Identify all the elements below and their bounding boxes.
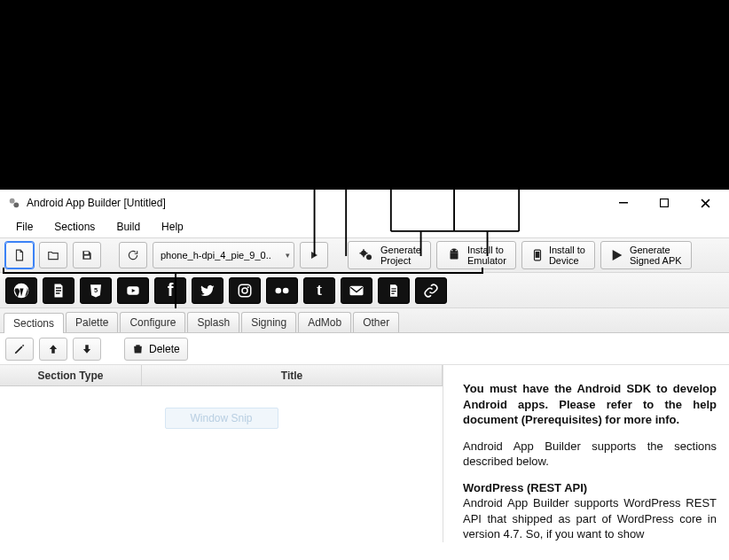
- svg-text:5: 5: [94, 286, 98, 294]
- section-actions: Delete: [0, 333, 729, 365]
- pencil-icon: [13, 343, 26, 355]
- run-button[interactable]: [300, 242, 328, 268]
- app-icon: [7, 196, 21, 210]
- svg-point-33: [276, 287, 282, 293]
- grid-body[interactable]: Window Snip: [0, 386, 443, 537]
- menu-help[interactable]: Help: [153, 219, 192, 235]
- facebook-icon: f: [168, 280, 174, 300]
- preview-p2: Android App Builder supports the section…: [463, 439, 717, 470]
- refresh-button[interactable]: [119, 242, 147, 268]
- svg-point-0: [10, 198, 15, 204]
- wordpress-icon: [12, 282, 30, 299]
- tumblr-icon: t: [317, 281, 322, 299]
- sections-grid: Section Type Title Window Snip: [0, 365, 443, 542]
- svg-rect-30: [239, 284, 251, 297]
- arrow-up-icon: [47, 343, 59, 355]
- new-file-icon: [13, 249, 26, 261]
- email-section-button[interactable]: [341, 277, 372, 304]
- tab-splash[interactable]: Splash: [187, 312, 239, 332]
- install-emulator-l2: Emulator: [467, 255, 506, 266]
- device-select-value: phone_h-dpi_4_pie_9_0..: [161, 250, 271, 261]
- svg-point-1: [13, 202, 19, 207]
- preview-p3: Android App Builder supports WordPress R…: [463, 495, 717, 542]
- generate-project-l2: Project: [380, 255, 421, 266]
- menu-file[interactable]: File: [7, 219, 42, 235]
- delete-label: Delete: [149, 343, 180, 355]
- twitter-icon: [199, 283, 216, 299]
- svg-rect-22: [536, 252, 540, 258]
- move-up-button[interactable]: [39, 338, 67, 361]
- svg-point-19: [451, 250, 453, 252]
- maximize-button[interactable]: [644, 190, 685, 216]
- main-toolbar: phone_h-dpi_4_pie_9_0.. Generate Project…: [0, 237, 729, 273]
- help-preview: You must have the Android SDK to develop…: [443, 365, 729, 542]
- grid-col-title[interactable]: Title: [142, 365, 443, 385]
- generate-project-button[interactable]: Generate Project: [348, 241, 431, 269]
- android-icon: [446, 247, 462, 263]
- svg-rect-27: [56, 292, 60, 294]
- edit-button[interactable]: [5, 338, 34, 361]
- move-down-button[interactable]: [73, 338, 101, 361]
- generate-apk-l1: Generate: [630, 245, 682, 255]
- instagram-icon: [237, 283, 253, 299]
- generate-apk-button[interactable]: Generate Signed APK: [600, 241, 692, 269]
- preview-h1: WordPress (REST API): [463, 481, 587, 494]
- html5-section-button[interactable]: 5: [80, 277, 112, 304]
- svg-rect-12: [84, 252, 89, 254]
- tab-palette[interactable]: Palette: [66, 312, 118, 332]
- document-section-button[interactable]: [378, 277, 410, 304]
- svg-rect-35: [350, 285, 364, 295]
- youtube-section-button[interactable]: [117, 277, 149, 304]
- open-button[interactable]: [39, 242, 67, 268]
- minimize-button[interactable]: [603, 190, 644, 216]
- instagram-section-button[interactable]: [229, 277, 261, 304]
- tab-admob[interactable]: AdMob: [298, 312, 351, 332]
- menu-build[interactable]: Build: [107, 219, 149, 235]
- twitter-section-button[interactable]: [192, 277, 223, 304]
- install-device-l1: Install to: [549, 245, 585, 255]
- refresh-icon: [127, 249, 139, 261]
- mail-icon: [349, 284, 364, 297]
- preview-p1: You must have the Android SDK to develop…: [463, 381, 717, 428]
- page-icon: [51, 283, 67, 299]
- install-device-button[interactable]: Install to Device: [521, 241, 595, 269]
- html5-icon: 5: [88, 283, 104, 299]
- tumblr-section-button[interactable]: t: [303, 277, 335, 304]
- tab-signing[interactable]: Signing: [241, 312, 296, 332]
- tab-other[interactable]: Other: [353, 312, 399, 332]
- svg-point-20: [455, 250, 457, 252]
- svg-point-31: [242, 288, 247, 293]
- delete-button[interactable]: Delete: [124, 338, 188, 361]
- install-device-l2: Device: [549, 255, 585, 266]
- menu-sections[interactable]: Sections: [45, 219, 104, 235]
- tabs-row: Sections Palette Configure Splash Signin…: [0, 308, 729, 333]
- folder-icon: [47, 249, 59, 261]
- install-emulator-button[interactable]: Install to Emulator: [436, 241, 516, 269]
- wordpress-section-button[interactable]: [5, 277, 37, 304]
- save-button[interactable]: [73, 242, 101, 268]
- svg-point-32: [247, 286, 249, 288]
- facebook-section-button[interactable]: f: [154, 277, 186, 304]
- close-button[interactable]: [685, 190, 725, 216]
- section-type-row: 5 f t: [0, 273, 729, 308]
- window-snip-ghost: Window Snip: [164, 408, 278, 429]
- tab-configure[interactable]: Configure: [120, 312, 185, 332]
- play-icon: [309, 250, 319, 261]
- device-select[interactable]: phone_h-dpi_4_pie_9_0..: [153, 242, 294, 268]
- flickr-section-button[interactable]: [266, 277, 298, 304]
- svg-rect-36: [391, 288, 396, 289]
- svg-rect-18: [450, 253, 458, 260]
- save-icon: [81, 249, 93, 261]
- grid-col-type[interactable]: Section Type: [0, 365, 142, 385]
- svg-rect-2: [619, 202, 628, 204]
- gears-icon: [357, 247, 375, 263]
- arrow-down-icon: [81, 343, 93, 355]
- tab-sections[interactable]: Sections: [4, 313, 64, 333]
- page-section-button[interactable]: [43, 277, 74, 304]
- menu-bar: File Sections Build Help: [0, 216, 729, 237]
- svg-point-34: [283, 287, 289, 293]
- new-button[interactable]: [5, 242, 34, 268]
- flickr-icon: [273, 285, 291, 296]
- generate-apk-l2: Signed APK: [630, 255, 682, 266]
- link-section-button[interactable]: [415, 277, 447, 304]
